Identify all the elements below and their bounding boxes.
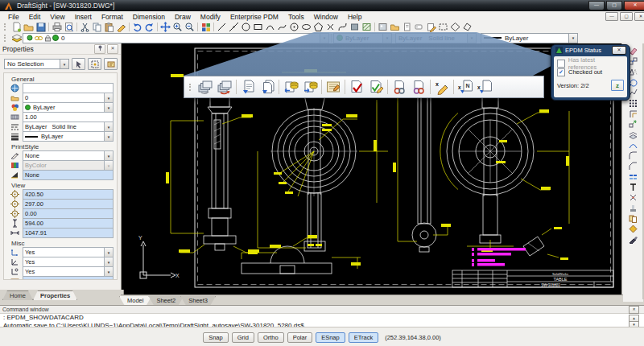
lineweight-field[interactable]: ByLayer▾ — [23, 131, 114, 142]
paste-icon[interactable] — [103, 22, 115, 32]
toolbar-grip[interactable] — [4, 35, 8, 42]
fillet-icon[interactable] — [627, 151, 639, 160]
cut-icon[interactable] — [79, 22, 91, 32]
epdm-close-icon[interactable]: ✕ — [612, 46, 626, 55]
menu-window[interactable]: Window — [309, 13, 343, 21]
toggle-polar[interactable]: Polar — [287, 332, 313, 343]
contains-icon[interactable] — [390, 78, 409, 96]
linecolor-combo[interactable]: ByLayer ▾ — [333, 33, 392, 43]
clear-local-cache-icon[interactable]: x — [475, 78, 494, 96]
menu-tools[interactable]: Tools — [283, 13, 309, 21]
toggle-grid[interactable]: Grid — [232, 332, 254, 343]
toggle-etrack[interactable]: ETrack — [349, 332, 378, 343]
zoom-in-icon[interactable] — [171, 22, 184, 32]
quick-select-button[interactable] — [88, 58, 101, 70]
get-version-icon[interactable] — [258, 78, 277, 96]
change-state-icon[interactable] — [347, 78, 366, 96]
circle-tool-icon[interactable] — [240, 22, 252, 32]
copy-properties-icon[interactable] — [627, 214, 639, 223]
tab-properties[interactable]: Properties — [33, 290, 77, 300]
center-circle-tool-icon[interactable] — [288, 22, 300, 32]
edit-approve-icon[interactable] — [366, 78, 386, 96]
spline-tool-icon[interactable] — [336, 22, 349, 32]
toggle-esnap[interactable]: ESnap — [316, 332, 345, 343]
menu-format[interactable]: Format — [97, 13, 128, 21]
show-data-card-icon[interactable] — [324, 78, 343, 96]
checked-out-checkbox[interactable]: ✓ — [557, 68, 565, 76]
mdi-restore-button[interactable]: ▢ — [620, 12, 633, 21]
curve-tool-icon[interactable] — [276, 22, 288, 32]
split-icon[interactable] — [627, 172, 639, 181]
arc-edit-icon[interactable] — [627, 141, 639, 150]
redo-icon[interactable] — [143, 22, 155, 32]
tab-home[interactable]: Home — [2, 290, 33, 300]
mdi-close-button[interactable]: ✕ — [634, 12, 644, 21]
chevron-down-icon[interactable]: ▾ — [60, 60, 68, 68]
properties-palette-icon[interactable] — [200, 22, 212, 32]
attach-ref-icon[interactable] — [389, 22, 401, 32]
layers-preview-icon[interactable] — [627, 130, 639, 139]
chevron-down-icon[interactable]: ▾ — [382, 34, 391, 43]
polygon-tool-icon[interactable] — [312, 22, 324, 32]
layer-combo[interactable]: 0 ▾ — [23, 33, 329, 43]
options-button[interactable] — [104, 58, 118, 70]
menu-modify[interactable]: Modify — [196, 13, 225, 21]
undo-icon[interactable] — [131, 22, 143, 32]
menu-dimension[interactable]: Dimension — [128, 13, 170, 21]
get-latest-version-icon[interactable] — [238, 78, 258, 96]
check-out-icon[interactable] — [281, 78, 300, 96]
pattern-icon[interactable] — [627, 99, 639, 108]
printstyle-file-field[interactable]: None — [23, 170, 114, 180]
stamp-icon[interactable] — [627, 204, 639, 212]
toolbar-grip[interactable] — [189, 84, 193, 91]
get-version-no-overwrite-icon[interactable]: xN — [456, 78, 475, 96]
menu-enterprise-pdm[interactable]: Enterprise PDM — [225, 13, 283, 21]
print-icon[interactable] — [51, 22, 63, 32]
pan-icon[interactable] — [159, 22, 171, 32]
where-used-icon[interactable] — [409, 78, 428, 96]
epdm-refresh-button[interactable]: z — [611, 80, 624, 91]
mdi-minimize-button[interactable]: — — [605, 12, 618, 21]
save-to-vault-icon[interactable] — [215, 78, 234, 96]
epdm-status-titlebar[interactable]: EPDM Status ✕ — [551, 45, 630, 56]
lineweight-combo[interactable]: ByLayer ▾ — [481, 33, 578, 43]
text-tool-icon[interactable] — [627, 183, 639, 192]
selection-filter-combo[interactable]: No Selection ▾ — [4, 59, 69, 69]
restore-button[interactable]: ▢ — [606, 1, 622, 10]
line-tool-icon[interactable] — [216, 22, 228, 32]
command-close-icon[interactable]: ✕ — [629, 306, 639, 314]
toggle-ortho[interactable]: Ortho — [258, 332, 284, 343]
chevron-down-icon[interactable]: ▾ — [467, 34, 476, 43]
explode-icon[interactable] — [627, 193, 639, 202]
layers-manager-icon[interactable] — [10, 33, 23, 43]
check-in-icon[interactable] — [300, 78, 320, 96]
point-tool-icon[interactable] — [324, 22, 336, 32]
rectangle-tool-icon[interactable] — [252, 22, 264, 32]
brush-icon[interactable] — [627, 235, 639, 244]
region-tool-icon[interactable] — [349, 22, 361, 32]
diamond-tool-icon[interactable] — [449, 22, 461, 32]
chamfer-icon[interactable] — [627, 162, 639, 171]
menu-file[interactable]: File — [3, 13, 24, 21]
new-file-icon[interactable] — [10, 22, 23, 32]
toolbar-grip[interactable] — [4, 23, 8, 31]
color-fill-icon[interactable] — [627, 224, 639, 233]
minimize-button[interactable]: — — [588, 1, 605, 10]
has-latest-checkbox[interactable]: ✓ — [557, 60, 565, 68]
tag-icon[interactable] — [413, 22, 425, 32]
polyline-flag-icon[interactable] — [461, 22, 473, 32]
menu-edit[interactable]: Edit — [24, 13, 46, 21]
print-preview-icon[interactable] — [63, 22, 75, 32]
menu-view[interactable]: View — [45, 13, 69, 21]
chevron-down-icon[interactable]: ▾ — [320, 34, 328, 43]
menu-draw[interactable]: Draw — [170, 13, 196, 21]
panel-close-icon[interactable]: ✕ — [107, 44, 118, 54]
menu-insert[interactable]: Insert — [70, 13, 97, 21]
ellipse-tool-icon[interactable] — [300, 22, 312, 32]
hatch-tool-icon[interactable] — [361, 22, 373, 32]
panel-pin-icon[interactable] — [94, 44, 105, 54]
copy-icon[interactable] — [91, 22, 103, 32]
offset-icon[interactable] — [627, 109, 639, 118]
chevron-down-icon[interactable]: ▾ — [568, 34, 577, 43]
properties-painter-icon[interactable] — [115, 22, 127, 32]
